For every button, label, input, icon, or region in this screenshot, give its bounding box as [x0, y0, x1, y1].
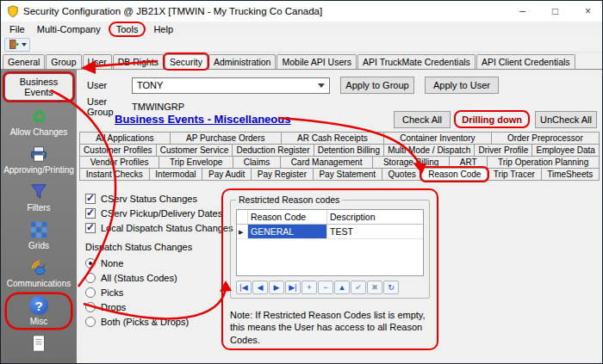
user-group-value: TMWINGRP [132, 102, 184, 112]
subtab-customer-service[interactable]: Customer Service [156, 144, 233, 157]
subtab-card-management[interactable]: Card Management [280, 156, 373, 169]
subtab-reason-code[interactable]: Reason Code [421, 168, 488, 181]
sidebar-item-grids[interactable]: Grids [7, 219, 71, 252]
user-combobox-value: TONY [137, 80, 163, 90]
menu-bar: File Multi-Company Tools Help [1, 22, 602, 37]
sidebar-item-misc[interactable]: Misc [7, 294, 71, 328]
subtab-timesheets[interactable]: TimeSheets [541, 168, 600, 181]
column-header-reason-code[interactable]: Reason Code [248, 210, 327, 224]
dispatch-status-changes-label: Dispatch Status Changes [85, 242, 233, 252]
subtab-pay-statement[interactable]: Pay Statement [313, 168, 382, 181]
nav-last-button[interactable]: ▶| [285, 281, 301, 294]
allow-changes-icon: ♻ [28, 106, 49, 126]
radio-both-picks-drops[interactable]: Both (Picks & Drops) [85, 315, 233, 329]
tab-mobile-api-users[interactable]: Mobile API Users [277, 54, 357, 69]
title-bar: Security Configuration @ JB21X [TMWIN - … [1, 1, 602, 22]
subtab-storage-billing[interactable]: Storage Billing [372, 156, 450, 169]
subtab-quotes[interactable]: Quotes [382, 168, 423, 181]
menu-tools[interactable]: Tools [110, 23, 145, 35]
subtab-trip-tracer[interactable]: Trip Tracer [487, 168, 541, 181]
tab-api-client-credentials[interactable]: API Client Credentials [476, 54, 575, 69]
menu-file[interactable]: File [3, 23, 31, 35]
app-shield-icon [6, 5, 19, 18]
subtab-order-preprocessor[interactable]: Order Preprocessor [491, 132, 600, 145]
apply-to-user-button[interactable]: Apply to User [425, 77, 499, 94]
window-body: Business Events ♻ Allow Changes Approvin… [1, 70, 602, 363]
tab-general[interactable]: General [3, 54, 45, 69]
subtab-ap-purchase-orders[interactable]: AP Purchase Orders [170, 132, 282, 145]
subtab-art[interactable]: ART [449, 156, 488, 169]
current-row-arrow-icon [237, 225, 248, 238]
subtab-intermodal[interactable]: Intermodal [149, 168, 203, 181]
nav-first-button[interactable]: |◀ [236, 281, 252, 294]
checkbox-local-dispatch-status-changes[interactable]: Local Dispatch Status Changes [85, 221, 233, 235]
subtab-driver-profile[interactable]: Driver Profile [474, 144, 532, 157]
tab-administration[interactable]: Administration [208, 54, 277, 69]
nav-refresh-button[interactable]: ↻ [383, 281, 399, 294]
sidebar-item-filters[interactable]: Filters [7, 181, 71, 214]
question-mark-icon [28, 295, 49, 316]
check-all-button[interactable]: Check All [394, 111, 451, 128]
cell-reason-code[interactable]: GENERAL [248, 225, 327, 238]
apply-to-group-button[interactable]: Apply to Group [340, 77, 414, 94]
toolbar [1, 37, 602, 52]
sidebar-item-approving-printing[interactable]: Approving/Printing [7, 143, 71, 176]
subtab-customer-profiles[interactable]: Customer Profiles [79, 144, 157, 157]
radio-drops[interactable]: Drops [85, 300, 233, 314]
user-row: User TONY Apply to Group Apply to User [87, 77, 499, 94]
sidebar-item-allow-changes[interactable]: ♻ Allow Changes [7, 105, 71, 139]
maximize-button[interactable]: □ [541, 1, 569, 22]
subtab-detention-billing[interactable]: Detention Billing [314, 144, 384, 157]
drilling-down-annotation: Drilling down [454, 110, 530, 128]
nav-post-button[interactable]: ✔ [351, 281, 366, 294]
radio-none[interactable]: None [85, 256, 233, 270]
subtab-employee-data[interactable]: Employee Data [532, 144, 600, 157]
nav-cancel-button[interactable]: ✖ [367, 281, 382, 294]
subtab-claims[interactable]: Claims [233, 156, 281, 169]
tab-api-truckmate-credentials[interactable]: API TruckMate Credentials [357, 54, 476, 69]
subtab-multi-mode-dispatch[interactable]: Multi Mode / Dispatch [383, 144, 475, 157]
column-header-description[interactable]: Description [327, 210, 423, 224]
checkbox-cserv-status-changes[interactable]: CServ Status Changes [85, 192, 233, 206]
exit-toolbar-button[interactable] [4, 38, 30, 52]
grid-header-row: Reason Code Description [237, 210, 423, 225]
subtab-container-inventory[interactable]: Container Inventory [383, 132, 492, 145]
nav-next-button[interactable]: ▶ [269, 281, 284, 294]
subtab-deduction-register[interactable]: Deduction Register [232, 144, 314, 157]
subtab-all-applications[interactable]: All Applications [79, 132, 171, 145]
nav-insert-button[interactable]: + [302, 281, 317, 294]
cell-description[interactable]: TEST [327, 225, 423, 238]
window-title: Security Configuration @ JB21X [TMWIN - … [23, 6, 504, 16]
radio-icon [85, 317, 96, 327]
uncheck-all-button[interactable]: UnCheck All [535, 111, 597, 128]
nav-prior-button[interactable]: ◀ [252, 281, 268, 294]
nav-delete-button[interactable]: − [318, 281, 333, 294]
minimize-button[interactable]: – [508, 1, 537, 22]
subtab-trip-envelope[interactable]: Trip Envelope [159, 156, 233, 169]
subtab-pay-audit[interactable]: Pay Audit [202, 168, 252, 181]
menu-help[interactable]: Help [147, 23, 179, 35]
radio-picks[interactable]: Picks [85, 286, 233, 299]
subtab-instant-checks[interactable]: Instant Checks [79, 168, 150, 181]
tab-security[interactable]: Security [165, 54, 208, 69]
user-combobox[interactable]: TONY [132, 77, 330, 94]
tab-group[interactable]: Group [46, 54, 81, 69]
printer-icon [28, 144, 49, 164]
nav-edit-button[interactable]: ▲ [334, 281, 350, 294]
sidebar-item-bottom[interactable] [7, 332, 71, 355]
subtab-ar-cash-receipts[interactable]: AR Cash Receipts [281, 132, 384, 145]
menu-multi-company[interactable]: Multi-Company [31, 23, 107, 35]
sidebar-business-events-button[interactable]: Business Events [4, 73, 73, 101]
subtab-trip-operation-planning[interactable]: Trip Operation Planning [487, 156, 600, 169]
radio-icon [85, 273, 96, 283]
checkbox-checked-icon [85, 194, 96, 204]
sidebar-item-communications[interactable]: Communications [7, 256, 71, 290]
checkbox-cserv-pickup-delivery-dates[interactable]: CServ Pickup/Delivery Dates [85, 207, 233, 220]
tab-user[interactable]: User [83, 54, 112, 69]
subtab-vendor-profiles[interactable]: Vendor Profiles [79, 156, 159, 169]
radio-all-status-codes[interactable]: All (Status Codes) [85, 271, 233, 285]
tab-db-rights[interactable]: DB Rights [113, 54, 164, 69]
table-row[interactable]: GENERAL TEST [237, 225, 423, 239]
subtab-pay-register[interactable]: Pay Register [251, 168, 314, 181]
close-button[interactable]: × [574, 1, 602, 22]
